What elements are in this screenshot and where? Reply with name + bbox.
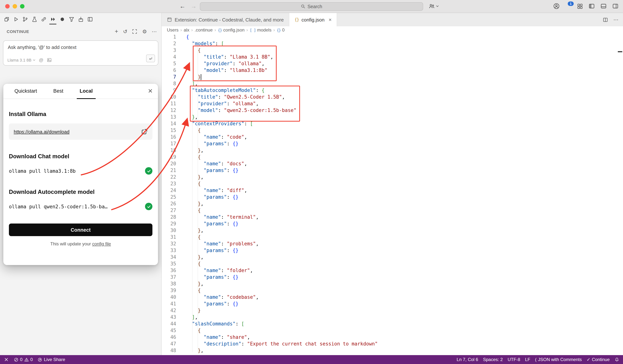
cursor-position[interactable]: Ln 7, Col 6 xyxy=(457,357,478,362)
config-file-link[interactable]: config file xyxy=(92,241,111,247)
line-number[interactable]: 26 xyxy=(162,201,186,207)
line-number[interactable]: 30 xyxy=(162,227,186,234)
code-line[interactable]: 37 "params": {} xyxy=(162,274,623,281)
code-line[interactable]: 47 "description": "Export the current ch… xyxy=(162,341,623,347)
tab-extension-continue[interactable]: Extension: Continue - Codestral, Claude,… xyxy=(162,13,289,26)
code-line[interactable]: 33 "params": {} xyxy=(162,247,623,254)
model-selector[interactable]: Llama 3.1 8B xyxy=(7,58,36,62)
code-line[interactable]: 1{ xyxy=(162,34,623,41)
code-line[interactable]: 32 "name": "problems", xyxy=(162,241,623,247)
chat-input[interactable]: Ask anything, '@' to add context Llama 3… xyxy=(3,41,158,66)
toggle-sidebar-left-icon[interactable] xyxy=(588,3,595,9)
code-line[interactable]: 18 }, xyxy=(162,147,623,154)
new-session-icon[interactable]: + xyxy=(115,29,118,35)
code-editor[interactable]: 1{2 "models": [3 {4 "title": "Llama 3.1 … xyxy=(162,34,623,355)
line-number[interactable]: 31 xyxy=(162,234,186,241)
line-number[interactable]: 12 xyxy=(162,107,186,114)
line-number[interactable]: 11 xyxy=(162,100,186,107)
continue-status[interactable]: ✓ Continue xyxy=(587,357,610,362)
copy-icon[interactable] xyxy=(2,14,11,25)
modal-tab-quickstart[interactable]: Quickstart xyxy=(14,84,37,99)
code-line[interactable]: 29 "params": {} xyxy=(162,220,623,227)
code-line[interactable]: 44 "slashCommands": [ xyxy=(162,321,623,327)
remote-indicator[interactable] xyxy=(4,357,9,362)
line-number[interactable]: 21 xyxy=(162,167,186,174)
code-line[interactable]: 28 "name": "terminal", xyxy=(162,214,623,220)
line-number[interactable]: 37 xyxy=(162,274,186,281)
line-number[interactable]: 27 xyxy=(162,207,186,214)
layout-icon[interactable] xyxy=(86,14,94,25)
back-button[interactable]: ← xyxy=(179,2,185,10)
frame-icon[interactable] xyxy=(132,29,137,34)
eol[interactable]: LF xyxy=(525,357,530,362)
code-line[interactable]: 17 "params": {} xyxy=(162,140,623,147)
line-number[interactable]: 29 xyxy=(162,220,186,227)
gear-icon[interactable]: ⚙ xyxy=(142,29,147,35)
language-mode[interactable]: ( JSON with Comments xyxy=(535,357,582,362)
code-line[interactable]: 15 { xyxy=(162,127,623,134)
tab-config-json[interactable]: {} config.json × xyxy=(289,13,337,26)
line-number[interactable]: 49 xyxy=(162,354,186,355)
line-number[interactable]: 20 xyxy=(162,161,186,167)
breadcrumb-item[interactable]: {}0 xyxy=(277,27,285,33)
line-number[interactable]: 28 xyxy=(162,214,186,220)
indentation[interactable]: Spaces: 2 xyxy=(483,357,503,362)
continue-icon[interactable] xyxy=(48,14,57,25)
line-number[interactable]: 35 xyxy=(162,260,186,267)
line-number[interactable]: 47 xyxy=(162,341,186,347)
code-line[interactable]: 36 "name": "folder", xyxy=(162,267,623,274)
code-line[interactable]: 27 { xyxy=(162,207,623,214)
code-line[interactable]: 22 }, xyxy=(162,174,623,180)
line-number[interactable]: 8 xyxy=(162,81,186,87)
source-control-icon[interactable] xyxy=(21,14,29,25)
filter-icon[interactable] xyxy=(67,14,76,25)
line-number[interactable]: 48 xyxy=(162,347,186,354)
line-number[interactable]: 43 xyxy=(162,314,186,321)
modal-tab-best[interactable]: Best xyxy=(53,84,63,99)
toggle-panel-icon[interactable] xyxy=(600,3,607,9)
code-line[interactable]: 31 { xyxy=(162,234,623,241)
line-number[interactable]: 19 xyxy=(162,154,186,161)
toggle-sidebar-right-icon[interactable] xyxy=(612,3,619,9)
chat-pull-command[interactable]: ollama pull llama3.1:8b xyxy=(9,168,76,174)
code-line[interactable]: 48 }, xyxy=(162,347,623,354)
send-button[interactable] xyxy=(146,54,155,62)
line-number[interactable]: 6 xyxy=(162,67,186,74)
run-icon[interactable] xyxy=(11,14,20,25)
line-number[interactable]: 24 xyxy=(162,187,186,194)
code-line[interactable]: 35 { xyxy=(162,260,623,267)
problems-indicator[interactable]: 0 0 xyxy=(14,357,33,362)
line-number[interactable]: 38 xyxy=(162,281,186,287)
encoding[interactable]: UTF-8 xyxy=(508,357,520,362)
export-icon[interactable] xyxy=(76,14,85,25)
search-input[interactable]: Search xyxy=(200,2,423,11)
line-number[interactable]: 33 xyxy=(162,247,186,254)
breadcrumb-item[interactable]: {}config.json xyxy=(218,27,245,33)
line-number[interactable]: 41 xyxy=(162,300,186,307)
breadcrumb-item[interactable]: .continue xyxy=(195,27,213,33)
autocomplete-pull-command[interactable]: ollama pull qwen2.5-coder:1.5b-ba… xyxy=(9,204,108,209)
image-icon[interactable] xyxy=(47,57,52,63)
line-number[interactable]: 5 xyxy=(162,60,186,67)
code-line[interactable]: 26 }, xyxy=(162,201,623,207)
live-share-button[interactable]: Live Share xyxy=(38,357,65,362)
flask-icon[interactable] xyxy=(30,14,39,25)
link-icon[interactable] xyxy=(39,14,48,25)
code-line[interactable]: 20 "name": "docs", xyxy=(162,161,623,167)
line-number[interactable]: 44 xyxy=(162,321,186,327)
line-number[interactable]: 2 xyxy=(162,41,186,47)
code-line[interactable]: 41 "params": {} xyxy=(162,300,623,307)
close-tab-icon[interactable]: × xyxy=(329,17,332,23)
code-line[interactable]: 46 "name": "share", xyxy=(162,334,623,341)
line-number[interactable]: 10 xyxy=(162,94,186,100)
line-number[interactable]: 16 xyxy=(162,134,186,140)
line-number[interactable]: 14 xyxy=(162,121,186,127)
grid-icon[interactable] xyxy=(577,3,583,9)
close-window-button[interactable] xyxy=(5,4,10,8)
line-number[interactable]: 3 xyxy=(162,47,186,54)
breadcrumb-item[interactable]: alx xyxy=(184,27,189,33)
line-number[interactable]: 22 xyxy=(162,174,186,180)
line-number[interactable]: 45 xyxy=(162,327,186,334)
line-number[interactable]: 34 xyxy=(162,254,186,260)
code-line[interactable]: 19 { xyxy=(162,154,623,161)
